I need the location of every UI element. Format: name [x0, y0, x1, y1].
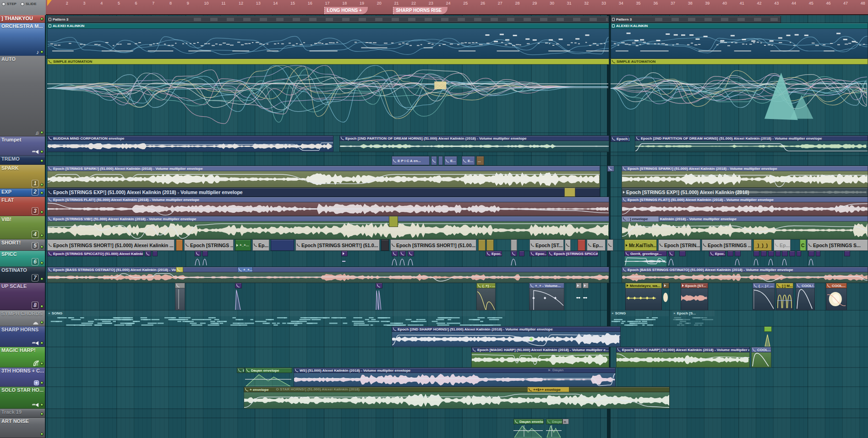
clip-mini[interactable] — [202, 251, 208, 267]
track-mute-led[interactable] — [40, 277, 44, 281]
clip-e-ch[interactable]: E..ch — [237, 368, 245, 373]
track-mute-led[interactable] — [40, 305, 44, 308]
clip-epoch-st[interactable]: Epoch [ST... — [681, 283, 708, 310]
clip-mini[interactable] — [789, 251, 795, 256]
track-header-up-scale[interactable]: UP SCALE8 — [0, 283, 45, 310]
track-mute-led[interactable] — [40, 362, 44, 365]
clip-ep[interactable]: Ep... — [587, 239, 606, 251]
clip-epoc[interactable]: Epoc... — [709, 251, 726, 256]
track-header-magic-harp[interactable]: MAGIC HARP! — [0, 347, 45, 368]
clip-mini[interactable] — [376, 283, 382, 310]
clip-pattern-3[interactable]: Pattern 3 — [47, 16, 609, 23]
clip-ws-51-000-alexei-kalinkin-2018-volume-multiplier-envelope[interactable]: WS] (51.000) Alexei Kalinkin (2018) - Vo… — [294, 368, 616, 387]
clip-epoch-magic-harp-51-000-alexei-kalinkin-2018-volume-multiplier-envelope[interactable]: Epoch [MAGIC HARP] (51.000) Alexei Kalin… — [616, 347, 750, 368]
clip-mini[interactable] — [408, 251, 414, 267]
clip-mini[interactable] — [668, 251, 675, 267]
clip-mini[interactable] — [735, 251, 741, 267]
clip-epoch-strings-short-51-000-alexei-kalinkin[interactable]: Epoch [STRINGS SHORT!] (51.000) Alexei K… — [47, 239, 175, 251]
clip-da-an[interactable]: Daųan — [546, 419, 562, 438]
track-header-orchestra-m[interactable]: ORCHESTRA M...♪ — [0, 23, 45, 56]
clip-buddha-mind-corporation-envelope[interactable]: BUDDHA MIND CORPORATION envelope — [47, 135, 333, 152]
clip-alexei-kalinkin[interactable]: ALEXEI KALINKIN — [611, 23, 868, 59]
clip-clip[interactable]: +_+... — [237, 267, 253, 272]
clip-mendelayev-wa[interactable]: Mendelayev, wa... — [625, 283, 662, 310]
clip-epoch-strings-flat-51-000-alexei-kalinkin-2018-volume-multiplier-envelope[interactable]: Epoch [STRINGS FLAT!] (51.000) Alexei Ka… — [47, 197, 609, 216]
clip-epoch-bass-strings-ostinato-51-000-alexei-kalinkin-2018-vol[interactable]: Epoch [BASS STRINGS OSTINATO] (51.000) A… — [47, 267, 609, 283]
clip-mini[interactable] — [478, 239, 486, 251]
clip-epoc[interactable]: Epoc... — [530, 251, 547, 256]
clip-e[interactable]: E... — [462, 156, 475, 165]
clip-epoch-strings-s[interactable]: Epoch [STRINGS S... — [807, 239, 868, 251]
track-mute-led[interactable] — [40, 150, 44, 153]
clip-mr-kaitish[interactable]: Mr.KaiTish... — [624, 239, 657, 251]
playhead-pennant-icon[interactable] — [47, 0, 52, 6]
track-header-solo-star-ho[interactable]: SOLO STAR HO... — [0, 387, 45, 409]
track-mute-led[interactable] — [40, 403, 44, 406]
clip-cool[interactable]: COOL... — [826, 283, 847, 310]
clip-mini[interactable] — [679, 251, 686, 256]
clip-mini[interactable] — [607, 166, 614, 172]
clip-alexei-kalinkin[interactable]: ALEXEI KALINKIN — [47, 23, 609, 59]
clip-epoch[interactable]: Epoch [... — [611, 135, 630, 142]
clip-mini[interactable] — [844, 251, 850, 256]
clip-simple-automation[interactable]: SIMPLE AUTOMATION — [611, 59, 868, 133]
track-mute-led[interactable] — [40, 211, 44, 214]
clip-epoch-strings-short-51-00[interactable]: Epoch [STRINGS SHORT!] (51.00... — [390, 239, 476, 251]
clip-mini[interactable] — [381, 239, 389, 251]
clip-mini[interactable] — [727, 251, 733, 256]
clip-mini[interactable] — [175, 283, 185, 310]
clip-envelope[interactable]: : ] envelope — [622, 216, 659, 222]
clip-envelope[interactable]: + envelopeO STAR HORNS!] (51.000) Alexei… — [244, 387, 670, 409]
clip-epoch-strings-spiccato[interactable]: Epoch [STRINGS SPICCATO] (... — [548, 251, 598, 256]
clip-clip[interactable]: _)_)_) — [753, 239, 772, 251]
clip-da-an-envelope[interactable]: Daųan envelope — [245, 368, 292, 387]
clip-epoch-strings-exp-51-000-alexei-kalinkin-2018-volume-multiplier-envelope[interactable]: Epoch [STRINGS EXP!] (51.000) Alexei Kal… — [47, 188, 600, 197]
clip-clip[interactable]: +_+... — [235, 239, 251, 251]
track-header-track-19[interactable]: Track 19 — [0, 409, 45, 418]
clip-m[interactable]: [:] M... — [776, 283, 793, 310]
clip-mini[interactable] — [399, 251, 406, 267]
clip-mini[interactable] — [235, 283, 242, 310]
clip-mini[interactable] — [176, 267, 183, 272]
clip-gerrit-greetingz[interactable]: Gerrit, greetingz... — [624, 251, 667, 267]
track-mute-led[interactable] — [40, 261, 44, 265]
clip-cool[interactable]: COOL!... — [796, 283, 815, 310]
step-toggle[interactable]: STEP — [2, 1, 16, 6]
clip-mini[interactable] — [753, 251, 759, 267]
track-mute-led[interactable] — [40, 159, 44, 162]
clip-song[interactable]: ×SONG — [47, 310, 505, 326]
track-header-trumpet[interactable]: Trumpet — [0, 136, 45, 156]
clip-ep[interactable]: Ep... — [252, 239, 269, 251]
clip-mini[interactable] — [761, 251, 767, 256]
clip-mini[interactable] — [519, 251, 524, 256]
track-mute-led[interactable] — [40, 245, 44, 249]
timeline-marker-sharp-horns-rise[interactable]: SHARP HORNS RISE — [393, 7, 448, 14]
clip-clip[interactable]: ... — [476, 156, 484, 165]
clip-epoc[interactable]: Epoc... — [486, 251, 502, 256]
clip-mini[interactable] — [271, 239, 294, 251]
clip-mini[interactable] — [607, 239, 613, 251]
track-mute-led[interactable] — [40, 183, 44, 186]
track-header-sharp-horns[interactable]: SHARP HORNS — [0, 326, 45, 347]
clip-epoch-2nd-sharp-horns-51-000-alexei-kalinkin-2018-volume-multiplier-envelope[interactable]: Epoch [2ND SHARP HORNS!] (51.000) Alexei… — [392, 326, 621, 347]
clip-mini[interactable] — [153, 251, 158, 256]
track-mute-led[interactable] — [40, 50, 44, 54]
track-header-3th-horns-c[interactable]: 3TH HORNS + C... — [0, 368, 45, 387]
clip-epoch-strings-vib-51-000-alexei-kalinkin-2018-volume-multiplier-envelope[interactable]: Epoch [STRINGS VIB!] (51.000) Alexei Kal… — [47, 216, 609, 239]
clip-mini[interactable] — [808, 251, 814, 267]
track-header-spark[interactable]: SPARK1 — [0, 165, 45, 189]
track-mute-led[interactable] — [40, 191, 44, 195]
clip-mini[interactable] — [392, 251, 398, 267]
timeline-ruler[interactable]: 2345678910111213141516171819202122232425… — [46, 0, 868, 15]
timeline-marker-long-horns[interactable]: LONG HORNS + — [324, 7, 368, 14]
track-header-short[interactable]: SHORT!5 — [0, 239, 45, 251]
clip-mini[interactable] — [195, 251, 201, 267]
clip-mini[interactable] — [576, 283, 582, 310]
clip-simple-automation[interactable]: SIMPLE AUTOMATION — [47, 59, 609, 133]
clip-mini[interactable] — [341, 251, 348, 267]
clip-clip[interactable]: (_+) - ... — [476, 283, 496, 310]
clip-mini[interactable] — [389, 216, 398, 227]
playlist-grid[interactable]: Pattern 3Pattern 3ALEXEI KALINKINALEXEI … — [46, 15, 868, 438]
track-header-spicc[interactable]: SPICC6 — [0, 251, 45, 267]
track-mute-led[interactable] — [40, 381, 44, 384]
